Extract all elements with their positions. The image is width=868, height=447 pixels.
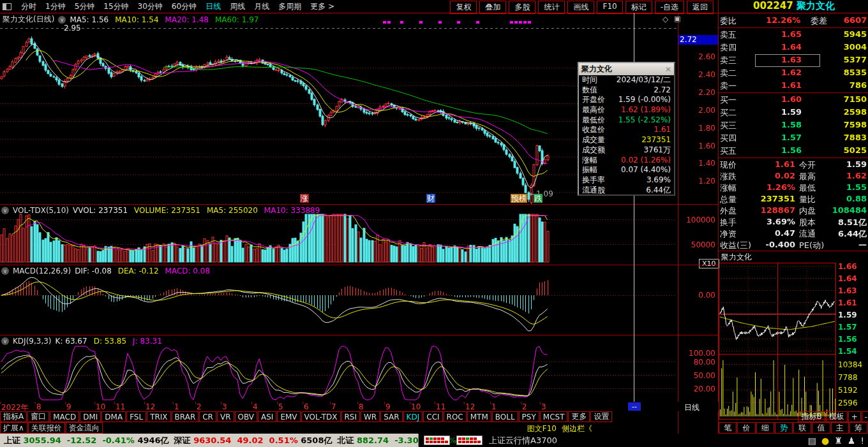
indicator-tab-设置[interactable]: 设置 [590, 411, 612, 422]
main-candlestick-chart[interactable] [0, 13, 678, 204]
toolbar-button-返回[interactable]: 返回 [687, 1, 714, 14]
order-row-卖二[interactable]: 卖二1.628535 [720, 68, 867, 79]
trophy-icon[interactable]: ♜ [834, 436, 842, 446]
indicator-tab-PSY[interactable]: PSY [519, 411, 539, 422]
menu-item-分时[interactable]: 分时 [17, 1, 41, 12]
toolbar-button-复权[interactable]: 复权 [450, 1, 477, 14]
menu-item-更多 >[interactable]: 更多 > [306, 1, 339, 12]
tab-关联报价[interactable]: 关联报价 [28, 422, 65, 434]
indicator-tab-指标A[interactable]: 指标A [0, 411, 27, 422]
menu-item-日线[interactable]: 日线 [201, 1, 225, 12]
indicator-tab-KDJ[interactable]: KDJ [403, 411, 423, 422]
indicator-tab--[interactable]: - [862, 411, 868, 422]
toolbar-button-F10[interactable]: F10 [597, 1, 622, 14]
indicator-tab-ROC[interactable]: ROC [444, 411, 467, 422]
menu-item-15分钟[interactable]: 15分钟 [99, 1, 133, 12]
indicator-tab-MACD[interactable]: MACD [50, 411, 79, 422]
tooltip-titlebar[interactable]: 聚力文化 ✕ [579, 63, 674, 75]
indicator-tab-+[interactable]: + [848, 411, 861, 422]
toolbar-button-统计[interactable]: 统计 [538, 1, 565, 14]
event-badge-预榜[interactable]: 预榜 [511, 194, 527, 203]
menu-item-30分钟[interactable]: 30分钟 [133, 1, 167, 12]
toolbar-button-多股[interactable]: 多股 [509, 1, 535, 14]
indicator-tab-窗口[interactable]: 窗口 [27, 411, 49, 422]
collapse-icon[interactable]: ∨ [1, 207, 9, 214]
order-row-卖一[interactable]: 卖一1.61786 [720, 80, 867, 92]
indicator-tab-MCST[interactable]: MCST [540, 411, 568, 422]
indicator-tab-OBV[interactable]: OBV [235, 411, 258, 422]
indicator-tab-VR[interactable]: VR [217, 411, 234, 422]
index-quote-深证[interactable]: 深证 9630.54 49.02 0.51% 6508亿 [174, 435, 333, 446]
indicator-tab-DMI[interactable]: DMI [80, 411, 101, 422]
menu-item-周线[interactable]: 周线 [225, 1, 250, 12]
order-row-买三[interactable]: 买三1.587598 [720, 120, 867, 131]
coin-icon[interactable]: ● [821, 436, 829, 446]
index-quote-上证[interactable]: 上证 3055.94 -12.52 -0.41% 4946亿 [4, 435, 169, 446]
toolbar-button--自选[interactable]: -自选 [655, 1, 684, 14]
label-图文F10[interactable]: 图文F10 [525, 422, 559, 434]
indicator-tab-模板[interactable]: 模板 [826, 411, 848, 422]
tooltip-row-label: 流通股 [582, 186, 605, 196]
market-heat-icon[interactable] [456, 436, 483, 445]
tab-扩展∧[interactable]: 扩展∧ [0, 422, 27, 434]
quote-tab-筹[interactable]: 筹 [849, 422, 867, 434]
tab-资金流向[interactable]: 资金流向 [66, 422, 103, 434]
indicator-tab-TRIX[interactable]: TRIX [147, 411, 170, 422]
window-icon[interactable] [3, 3, 11, 10]
toolbar-button-画线[interactable]: 画线 [567, 1, 594, 14]
indicator-tab-SAR[interactable]: SAR [380, 411, 402, 422]
intraday-mini-chart[interactable] [719, 263, 836, 420]
event-badge-财[interactable]: 财 [426, 194, 435, 203]
indicator-tab-指标B[interactable]: 指标B [798, 411, 825, 422]
indicator-tab-BRAR[interactable]: BRAR [172, 411, 199, 422]
collapse-icon[interactable]: ∨ [58, 16, 66, 24]
indicator-tab-WR[interactable]: WR [361, 411, 380, 422]
close-icon[interactable]: ✕ [665, 65, 671, 74]
indicator-tab-VOL-TDX[interactable]: VOL-TDX [301, 411, 341, 422]
kdj-chart[interactable] [0, 336, 678, 402]
menu-item-月线[interactable]: 月线 [250, 1, 274, 12]
toolbar-button-标记[interactable]: 标记 [625, 1, 652, 14]
quote-tab-势[interactable]: 势 [775, 422, 793, 434]
order-row-卖四[interactable]: 卖四1.643004 [720, 42, 867, 54]
indicator-tab-EMV[interactable]: EMV [277, 411, 300, 422]
menu-item-1分钟[interactable]: 1分钟 [41, 1, 70, 12]
indicator-tab-RSI[interactable]: RSI [341, 411, 361, 422]
doc-icon[interactable]: ▤ [808, 436, 816, 446]
order-row-卖五[interactable]: 卖五1.655945 [720, 29, 867, 41]
indicator-tab-FSL[interactable]: FSL [126, 411, 146, 422]
quote-tab-主[interactable]: 主 [831, 422, 849, 434]
menu-item-5分钟[interactable]: 5分钟 [70, 1, 100, 12]
diamond-icon[interactable]: ◇ [662, 15, 668, 24]
collapse-icon[interactable]: ∨ [1, 337, 9, 345]
people-icon[interactable]: ♟ [848, 436, 856, 446]
alert-icon[interactable]: ! [860, 436, 864, 446]
menu-item-多周期[interactable]: 多周期 [274, 1, 306, 12]
quote-tab-笔[interactable]: 笔 [719, 422, 737, 434]
indicator-tab-更多[interactable]: 更多 [568, 411, 590, 422]
indicator-tab-MTM[interactable]: MTM [467, 411, 491, 422]
quote-tab-细[interactable]: 细 [756, 422, 774, 434]
event-badge-跌[interactable]: 跌 [534, 194, 542, 203]
indicator-tab-ASI[interactable]: ASI [258, 411, 276, 422]
collapse-icon[interactable]: ∨ [1, 267, 9, 275]
order-row-买二[interactable]: 买二1.592598 [720, 107, 867, 119]
market-heat-icon[interactable] [424, 436, 450, 445]
indicator-tab-CCI[interactable]: CCI [423, 411, 442, 422]
quote-tab-值[interactable]: 值 [812, 422, 830, 434]
label-侧边栏《[interactable]: 侧边栏《 [559, 422, 595, 434]
quote-tab-价[interactable]: 价 [737, 422, 755, 434]
macd-chart[interactable] [0, 266, 678, 335]
order-row-卖三[interactable]: 卖三1.635377 [720, 55, 867, 66]
indicator-tab-BOLL[interactable]: BOLL [492, 411, 518, 422]
indicator-tab-DMA[interactable]: DMA [101, 411, 126, 422]
panel-mode-icon[interactable]: ▣ [674, 15, 680, 23]
order-row-买一[interactable]: 买一1.607150 [720, 94, 867, 106]
order-row-买五[interactable]: 买五1.565025 [720, 145, 867, 157]
menu-item-60分钟[interactable]: 60分钟 [167, 1, 201, 12]
quote-tab-联[interactable]: 联 [793, 422, 811, 434]
indicator-tab-CR[interactable]: CR [199, 411, 216, 422]
toolbar-button-叠加[interactable]: 叠加 [479, 1, 506, 14]
event-badge-涨[interactable]: 涨 [300, 194, 309, 203]
order-row-买四[interactable]: 买四1.577883 [720, 133, 867, 144]
